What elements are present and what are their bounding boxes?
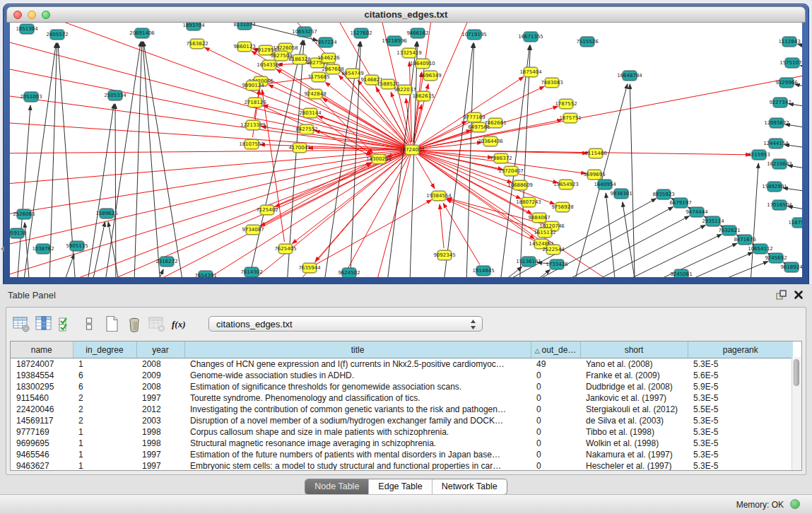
graph-node[interactable]: 15720407 (504, 166, 518, 176)
graph-node[interactable]: 6679197 (673, 198, 688, 208)
graph-node[interactable]: 7986372 (494, 153, 508, 163)
graph-node[interactable]: 9092345 (437, 250, 452, 260)
graph-node[interactable]: 19654923 (559, 180, 573, 189)
graph-node[interactable]: 2526065 (17, 209, 31, 219)
window-titlebar[interactable]: citations_edges.txt (6, 6, 806, 23)
graph-node[interactable]: 7563822 (190, 39, 204, 49)
graph-node[interactable]: 20364436 (483, 136, 498, 146)
graph-node[interactable]: 16648784 (623, 71, 637, 81)
graph-node[interactable]: 7483083 (545, 78, 559, 88)
graph-node[interactable]: 18640910 (416, 59, 430, 69)
network-table-select[interactable]: citations_edges.txt (208, 316, 483, 332)
column-header-name[interactable]: name (11, 341, 73, 358)
minimize-window-icon[interactable] (28, 11, 36, 19)
graph-node[interactable]: 9242848 (308, 89, 322, 99)
table-row[interactable]: 946362711997Embryonic stem cells: a mode… (11, 460, 793, 471)
graph-node[interactable]: 2051003 (24, 92, 38, 102)
graph-node[interactable]: 20691406 (135, 28, 149, 38)
table-row[interactable]: 977716911998Corpus callosum shape and si… (11, 426, 793, 438)
graph-node[interactable]: 9699695 (587, 170, 601, 180)
graph-node[interactable]: 3175685 (312, 72, 326, 82)
graph-node[interactable]: 1589625 (100, 209, 114, 218)
graph-node[interactable]: 9474444 (690, 207, 704, 217)
graph-node[interactable]: 959138 (10, 228, 24, 238)
graph-node[interactable]: 1875404 (524, 67, 538, 77)
graph-node[interactable]: 7635944 (302, 263, 317, 273)
graph-node[interactable]: 12213389 (246, 120, 260, 130)
graph-node[interactable]: 8935923 (657, 189, 671, 199)
graph-node[interactable]: 19384554 (432, 191, 446, 201)
graph-node[interactable]: 8454749 (346, 69, 360, 78)
column-header-year[interactable]: year (136, 341, 184, 358)
graph-node[interactable]: 8215953 (752, 150, 766, 160)
table-row[interactable]: 1872400712008Changes of HCN gene express… (11, 358, 793, 370)
graph-node[interactable]: 7957224 (319, 37, 333, 47)
graph-node[interactable]: 10688609 (513, 180, 527, 190)
graph-node[interactable]: 18807243 (522, 197, 536, 207)
graph-node[interactable]: 16671355 (524, 32, 538, 42)
graph-node[interactable]: 2967608 (326, 64, 340, 74)
graph-node[interactable]: 9860123 (237, 42, 252, 52)
float-window-icon[interactable] (776, 290, 787, 300)
table-row[interactable]: 946554611997Estimation of the future num… (11, 449, 793, 460)
network-canvas[interactable]: 1851304240557220691406189370481310741065… (10, 23, 802, 277)
collapse-left-panel-icon[interactable] (1, 246, 4, 252)
delete-column-icon[interactable] (125, 315, 143, 333)
graph-node[interactable]: 9115460 (589, 148, 603, 158)
graph-node[interactable]: 15751074 (785, 58, 799, 68)
graph-node[interactable]: 15892991 (767, 182, 782, 192)
graph-node[interactable]: 12444154 (769, 139, 783, 148)
graph-node[interactable]: 2718126 (248, 98, 262, 107)
graph-node[interactable]: 1893704 (187, 23, 201, 30)
graph-node[interactable]: 9777169 (467, 112, 481, 122)
graph-node[interactable]: 1787552 (559, 99, 573, 109)
table-mode-icon[interactable] (12, 315, 30, 333)
graph-node[interactable]: 1615132 (538, 228, 552, 238)
graph-node[interactable]: 2405572 (50, 30, 64, 40)
graph-node[interactable]: 9756928 (555, 202, 570, 212)
graph-node[interactable]: 18107553 (245, 139, 259, 149)
graph-node[interactable]: 1914845 (476, 266, 490, 276)
tab-network-table[interactable]: Network Table (432, 479, 507, 494)
graph-node[interactable]: 1112843 (782, 37, 796, 47)
graph-node[interactable]: 1167533 (792, 218, 802, 228)
graph-node[interactable]: 18300295 (372, 154, 386, 164)
table-row[interactable]: 969969511998Structural magnetic resonanc… (11, 438, 793, 449)
graph-node[interactable]: 7125402 (260, 205, 274, 215)
graph-node[interactable]: 8186328 (293, 54, 307, 64)
graph-node[interactable]: 12093872 (770, 118, 784, 128)
graph-node[interactable]: 2316272 (160, 257, 174, 267)
graph-node[interactable]: 1640954 (598, 180, 612, 189)
table-row[interactable]: 1938455462009Genome-wide association stu… (11, 370, 793, 381)
graph-node[interactable]: 9624502 (342, 268, 356, 277)
graph-node[interactable]: 9734087 (246, 225, 260, 235)
memory-status-indicator[interactable] (790, 499, 800, 509)
table-scrollbar[interactable] (792, 357, 801, 470)
graph-node[interactable]: 1851304 (20, 24, 34, 34)
graph-node[interactable]: 4170041 (293, 143, 307, 153)
graph-node[interactable]: 1862615 (416, 91, 430, 101)
graph-node[interactable]: 2935114 (706, 216, 720, 226)
column-header-pagerank[interactable]: pagerank (688, 341, 793, 358)
graph-node[interactable]: 9827509 (274, 51, 288, 61)
graph-node[interactable]: 1527602 (354, 28, 368, 38)
graph-node[interactable]: 2803144 (303, 108, 317, 118)
graph-node[interactable]: 15136141 (522, 257, 536, 267)
close-window-icon[interactable] (13, 11, 22, 19)
table-row[interactable]: 1456911722003Disruption of a novel membe… (11, 415, 793, 426)
graph-node[interactable]: 1038762 (36, 244, 50, 254)
graph-node[interactable]: 10653257 (298, 27, 312, 37)
graph-node[interactable]: 9227342 (773, 98, 787, 107)
graph-node[interactable]: 7632621 (722, 226, 736, 235)
graph-node[interactable]: 2522544 (546, 245, 560, 255)
graph-node[interactable]: 1546226 (322, 53, 336, 63)
graph-node[interactable]: 7515526 (580, 37, 594, 47)
table-row[interactable]: 2242004622012Investigating the contribut… (11, 404, 793, 415)
graph-node[interactable]: 10719195 (467, 30, 481, 40)
column-header-short[interactable]: short (580, 341, 688, 358)
graph-node[interactable]: 7462661 (488, 118, 502, 128)
graph-node[interactable]: 7614302 (245, 267, 259, 277)
graph-node[interactable]: 9618924 (784, 262, 799, 272)
graph-node[interactable]: 1696349 (423, 71, 437, 81)
graph-node[interactable]: 1733426 (550, 259, 564, 269)
